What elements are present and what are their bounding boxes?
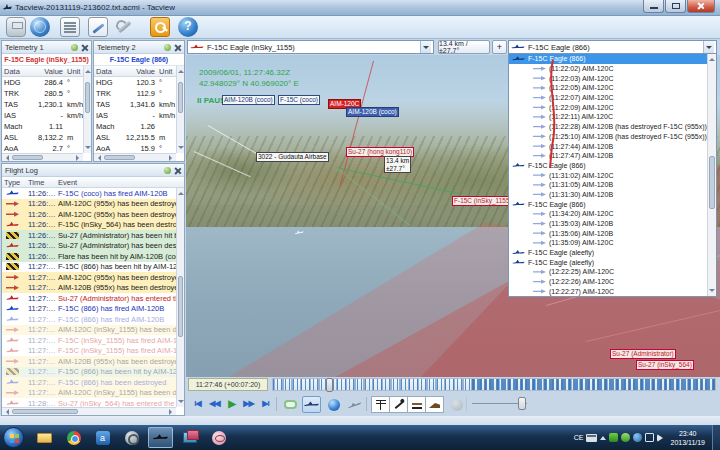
volume-icon[interactable] [657, 434, 663, 442]
tree-item[interactable]: F-15C Eagle (866) [509, 161, 707, 171]
viewer-object-selector[interactable]: F-15C Eagle (inSky_1155) [187, 40, 434, 54]
telemetry-column-value[interactable]: Value [28, 67, 65, 76]
close-button[interactable] [687, 0, 715, 13]
pin-icon[interactable] [164, 167, 171, 174]
rewind-button[interactable]: ◀◀ [207, 396, 222, 411]
tree-item[interactable]: (11:25:10) AIM-120B (has destroyed F-15C… [509, 132, 707, 142]
tree-item[interactable]: (11:27:44) AIM-120B [509, 141, 707, 151]
flight-log-vscrollbar[interactable] [176, 188, 184, 407]
telemetry-2-hscrollbar[interactable] [94, 153, 176, 161]
telemetry-row[interactable]: TRK280.5° [2, 88, 91, 99]
tree-item[interactable]: (11:34:20) AIM-120C [509, 209, 707, 219]
timeline-track[interactable] [272, 378, 716, 391]
cockpit-view-button[interactable] [281, 396, 300, 413]
terrain-chart-button[interactable] [407, 396, 426, 413]
elevation-chart-button[interactable] [425, 396, 444, 413]
language-indicator[interactable]: CE [574, 434, 584, 441]
tree-item[interactable]: (11:22:02) AIM-120C [509, 64, 707, 74]
go-to-end-button[interactable]: ▶I [258, 396, 273, 411]
flight-log-row[interactable]: 11:27:…F-15C (866) has been hit by AIM-1… [2, 262, 176, 273]
flight-log-row[interactable]: 11:27:…AIM-120C (inSky_1155) has been de… [2, 388, 176, 399]
telemetry-row[interactable]: Mach1.26 [94, 121, 184, 132]
license-key-icon[interactable] [150, 17, 170, 37]
tree-item[interactable]: (11:22:09) AIM-120C [509, 102, 707, 112]
map-label[interactable]: 3022 - Gudauta Airbase [256, 152, 329, 162]
hidden-icons-arrow[interactable] [600, 433, 606, 440]
map-label[interactable]: F-15C (coco) [278, 95, 320, 105]
missile-view-button[interactable] [345, 396, 364, 413]
flight-log-row[interactable]: 11:27:…F-15C (866) has been destroyed [2, 377, 176, 388]
show-desktop-button[interactable] [712, 425, 720, 450]
map-label[interactable]: AIM-120B (coco) [222, 95, 275, 105]
taskbar-explorer[interactable] [32, 427, 57, 448]
antenna-chart-button[interactable] [371, 396, 390, 413]
flight-log-row[interactable]: 11:26:…F-15C (coco) has fired AIM-120B [2, 188, 176, 199]
telemetry-row[interactable]: ASL12,215.5m [94, 132, 184, 143]
map-label[interactable]: F-15C (inSky_1155) [452, 196, 514, 206]
map-label[interactable]: AIM-120B (coco) [346, 107, 399, 117]
chevron-down-icon[interactable] [703, 41, 714, 53]
telemetry-row[interactable]: ASL8,132.2m [2, 132, 91, 143]
tree-item[interactable]: (11:22:05) AIM-120C [509, 83, 707, 93]
objects-selector[interactable]: F-15C Eagle (866) [508, 40, 717, 54]
help-icon[interactable]: ? [178, 17, 198, 37]
flight-log-row[interactable]: 11:27:…AIM-120C (955x) has been destroye… [2, 272, 176, 283]
taskbar-app-pink[interactable] [206, 427, 231, 448]
col-event[interactable]: Event [58, 178, 184, 187]
tree-item[interactable]: (11:27:47) AIM-120B [509, 151, 707, 161]
zoom-slider-handle[interactable] [518, 397, 526, 410]
edit-icon[interactable] [88, 17, 108, 37]
tree-item[interactable]: F-15C Eagle (aleefly) [509, 257, 707, 267]
map-label[interactable]: Su-27 (inSky_564) [636, 360, 694, 370]
telemetry-2-header[interactable]: Telemetry 2 [94, 41, 184, 54]
col-type[interactable]: Type [2, 178, 28, 187]
flight-log-row[interactable]: 11:26:…Flare has been hit by AIM-120B (c… [2, 251, 176, 262]
tree-item[interactable]: (12:22:25) AIM-120C [509, 267, 707, 277]
maximize-button[interactable] [665, 0, 686, 13]
minimize-button[interactable] [643, 0, 664, 13]
settings-wrench-icon[interactable] [114, 17, 134, 37]
close-icon[interactable] [174, 44, 181, 51]
range-button[interactable]: 13.4 km / ±27.7° [438, 40, 490, 54]
flight-log-hscrollbar[interactable] [2, 407, 176, 415]
network-icon[interactable] [645, 433, 654, 442]
pin-icon[interactable] [71, 44, 78, 51]
close-icon[interactable] [174, 167, 181, 174]
tray-icon[interactable] [609, 433, 618, 442]
flight-log-row[interactable]: 11:27:…AIM-120B (955x) has been destroye… [2, 283, 176, 294]
telemetry-column-unit[interactable]: Unit [65, 67, 84, 76]
clock[interactable]: 23:40 2013/11/19 [666, 429, 709, 447]
online-icon[interactable] [30, 17, 50, 37]
telemetry-row[interactable]: IAS-km/h [2, 110, 91, 121]
flight-log-row[interactable]: 11:27:…F-15C (866) has fired AIM-120B [2, 314, 176, 325]
tree-item[interactable]: (11:31:30) AIM-120B [509, 190, 707, 200]
telemetry-1-header[interactable]: Telemetry 1 [2, 41, 91, 54]
title-bar[interactable]: Tacview-20131119-213602.txt.acmi - Tacvi… [0, 0, 720, 16]
tree-item[interactable]: (11:35:06) AIM-120B [509, 228, 707, 238]
telemetry-row[interactable]: IAS-km/h [94, 110, 184, 121]
taskbar-remote-desktop[interactable] [177, 427, 202, 448]
flight-log-row[interactable]: 11:27:…F-15C (inSky_1155) has fired AIM-… [2, 335, 176, 346]
tree-item[interactable]: F-15C Eagle (866) [509, 199, 707, 209]
taskbar-tacview-active[interactable] [148, 427, 173, 448]
flight-log-row[interactable]: 11:27:…AIM-120B (955x) has been destroye… [2, 356, 176, 367]
sphere-view-button[interactable] [447, 396, 466, 413]
tree-item[interactable]: (11:35:09) AIM-120C [509, 238, 707, 248]
telemetry-row[interactable]: HDG286.4° [2, 77, 91, 88]
tree-item[interactable]: (11:31:02) AIM-120C [509, 170, 707, 180]
flight-log-row[interactable]: 11:27:…F-15C (866) has fired AIM-120B [2, 304, 176, 315]
aircraft-view-button[interactable] [302, 396, 321, 413]
tree-item[interactable]: (12:22:27) AIM-120C [509, 287, 707, 297]
flight-log-row[interactable]: 11:26:…Su-27 (Administrator) has been hi… [2, 230, 176, 241]
objects-tree-scrollbar[interactable] [707, 54, 716, 296]
flight-log-row[interactable]: 11:26:…Su-27 (Administrator) has been de… [2, 241, 176, 252]
taskbar-app-media[interactable] [119, 427, 144, 448]
timeline-handle[interactable] [326, 378, 333, 392]
tree-item[interactable]: (11:22:03) AIM-120C [509, 73, 707, 83]
telemetry-row[interactable]: Mach1.11 [2, 121, 91, 132]
map-label[interactable]: 13.4 km±27.7° [384, 156, 411, 173]
tree-item[interactable]: (11:22:07) AIM-120C [509, 93, 707, 103]
angle-chart-button[interactable] [389, 396, 408, 413]
tray-icon[interactable] [633, 433, 642, 442]
tree-item[interactable]: (11:35:03) AIM-120B [509, 219, 707, 229]
